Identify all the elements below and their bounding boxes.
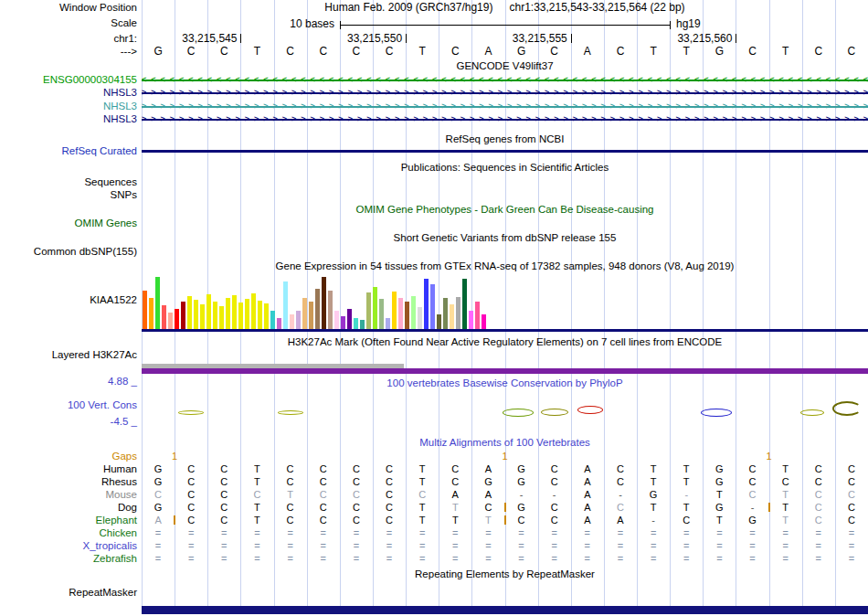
alignment-base: =: [240, 527, 273, 539]
gene-track-nhsl3[interactable]: >>>>>>>>>>>>>>>>>>>>>>>>>>>>>>>>>>>>>>>>…: [142, 113, 868, 125]
multiz-species-label-elephant[interactable]: Elephant: [0, 515, 137, 526]
gene-label-nhsl3-2[interactable]: NHSL3: [0, 101, 137, 112]
alignment-base: C: [340, 463, 373, 475]
gtex-tissue-bar: [283, 281, 288, 329]
alignment-base: A: [571, 476, 604, 488]
gene-label-nhsl3-3[interactable]: NHSL3: [0, 113, 137, 125]
multiz-heading[interactable]: Multiz Alignments of 100 Vertebrates: [142, 437, 868, 449]
alignment-base: C: [439, 476, 471, 488]
alignment-base: T: [637, 476, 670, 488]
gtex-tissue-bar: [206, 294, 211, 329]
alignment-base: T: [670, 502, 703, 514]
alignment-base: C: [802, 489, 835, 501]
common-dbsnp-label[interactable]: Common dbSNP(155): [0, 246, 137, 258]
h3k27ac-purple-signal[interactable]: [142, 368, 868, 374]
multiz-species-label-dog[interactable]: Dog: [0, 502, 137, 514]
gene-track-nhsl3[interactable]: >>>>>>>>>>>>>>>>>>>>>>>>>>>>>>>>>>>>>>>>…: [142, 101, 868, 112]
scale-bar-end-tick: [670, 21, 671, 29]
gencode-heading[interactable]: GENCODE V49lift37: [142, 60, 868, 72]
gene-track-ensg00000304155[interactable]: <<<<<<<<<<<<<<<<<<<<<<<<<<<<<<<<<<<<<<<<…: [142, 74, 868, 86]
gtex-tissue-bar: [379, 299, 384, 329]
scale-bar-end-tick: [340, 21, 341, 29]
gtex-tissue-bar: [296, 311, 301, 329]
alignment-base: C: [175, 463, 207, 475]
reference-base: G: [703, 46, 736, 58]
alignment-base: C: [835, 463, 868, 475]
gtex-gene-label[interactable]: KIAA1522: [0, 294, 137, 306]
alignment-base: A: [571, 515, 604, 526]
alignment-base: =: [835, 527, 868, 539]
gtex-tissue-bar: [245, 299, 249, 329]
phylop-heading[interactable]: 100 vertebrates Basewise Conservation by…: [142, 377, 868, 389]
alignment-base: T: [240, 515, 273, 526]
alignment-base: C: [835, 515, 868, 526]
h3k27ac-heading[interactable]: H3K27Ac Mark (Often Found Near Active Re…: [142, 336, 868, 348]
gtex-tissue-bar: [187, 296, 192, 329]
gap-count: 1: [167, 451, 182, 462]
gene-track-nhsl3[interactable]: >>>>>>>>>>>>>>>>>>>>>>>>>>>>>>>>>>>>>>>>…: [142, 87, 868, 99]
alignment-base: C: [505, 515, 538, 526]
alignment-base: C: [340, 515, 373, 526]
refseq-curated-track[interactable]: [142, 150, 868, 153]
gaps-label: Gaps: [0, 451, 137, 462]
phylop-arc: [577, 406, 603, 414]
gtex-tissue-bar: [450, 304, 454, 329]
alignment-base: C: [769, 476, 802, 488]
alignment-base: T: [670, 476, 703, 488]
gtex-heading[interactable]: Gene Expression in 54 tissues from GTEx …: [142, 260, 868, 272]
publications-heading[interactable]: Publications: Sequences in Scientific Ar…: [142, 162, 868, 174]
alignment-base: =: [207, 553, 240, 565]
multiz-species-label-mouse[interactable]: Mouse: [0, 489, 137, 501]
omim-genes-label[interactable]: OMIM Genes: [0, 218, 137, 229]
alignment-base: =: [340, 540, 373, 552]
omim-heading[interactable]: OMIM Gene Phenotypes - Dark Green Can Be…: [142, 204, 868, 216]
reference-base: C: [207, 46, 240, 58]
dbsnp-heading[interactable]: Short Genetic Variants from dbSNP releas…: [142, 232, 868, 244]
refseq-curated-label[interactable]: RefSeq Curated: [0, 145, 137, 157]
multiz-species-label-human[interactable]: Human: [0, 463, 137, 475]
reference-base: C: [736, 46, 768, 58]
multiz-species-label-rhesus[interactable]: Rhesus: [0, 476, 137, 488]
alignment-base: =: [373, 553, 406, 565]
alignment-base: -: [736, 502, 768, 514]
alignment-base: C: [274, 515, 307, 526]
gtex-tissue-bar: [430, 284, 435, 329]
alignment-base: C: [307, 463, 340, 475]
alignment-base: =: [307, 553, 340, 565]
alignment-base: C: [835, 476, 868, 488]
alignment-base: =: [340, 553, 373, 565]
scale-bar: [340, 25, 670, 26]
alignment-base: C: [373, 502, 406, 514]
sequences-label[interactable]: Sequences: [0, 176, 137, 188]
repeatmasker-heading[interactable]: Repeating Elements by RepeatMasker: [142, 568, 868, 580]
reference-base: T: [670, 46, 703, 58]
alignment-base: =: [703, 540, 736, 552]
reference-base: T: [637, 46, 670, 58]
alignment-base: =: [802, 553, 835, 565]
alignment-base: -: [505, 489, 538, 501]
alignment-base: =: [471, 527, 504, 539]
gtex-tissue-bar: [213, 302, 217, 329]
multiz-species-label-xtropicalis[interactable]: X_tropicalis: [0, 540, 137, 552]
alignment-base: =: [835, 553, 868, 565]
alignment-base: =: [637, 527, 670, 539]
alignment-base: T: [637, 502, 670, 514]
insertion-tick: [768, 503, 770, 512]
gtex-tissue-bar: [251, 293, 256, 329]
repeatmasker-label[interactable]: RepeatMasker: [0, 587, 137, 599]
vert-cons-label[interactable]: 100 Vert. Cons: [0, 399, 137, 411]
alignment-base: C: [142, 489, 175, 501]
gtex-tissue-bar: [309, 302, 313, 329]
snps-label[interactable]: SNPs: [0, 189, 137, 201]
gene-label-nhsl3-1[interactable]: NHSL3: [0, 87, 137, 99]
multiz-species-label-chicken[interactable]: Chicken: [0, 527, 137, 539]
multiz-species-label-zebrafish[interactable]: Zebrafish: [0, 553, 137, 565]
gtex-tissue-bar: [175, 309, 179, 329]
gtex-tissue-bar: [181, 302, 185, 329]
alignment-base: G: [703, 476, 736, 488]
alignment-base: =: [175, 540, 207, 552]
gene-label-ensg[interactable]: ENSG00000304155: [0, 74, 137, 86]
refseq-heading[interactable]: RefSeq genes from NCBI: [142, 133, 868, 145]
alignment-base: =: [670, 527, 703, 539]
layered-h3k27ac-label[interactable]: Layered H3K27Ac: [0, 349, 137, 361]
